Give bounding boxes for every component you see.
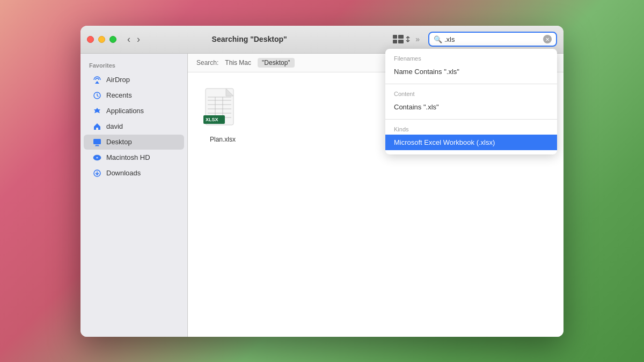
scope-this-mac-button[interactable]: This Mac bbox=[223, 58, 253, 68]
chevrons-icon: » bbox=[415, 35, 420, 43]
svg-text:XLSX: XLSX bbox=[206, 117, 218, 122]
file-item-plan-xlsx[interactable]: XLSX Plan.xlsx bbox=[199, 83, 247, 147]
search-icon: 🔍 bbox=[434, 35, 442, 43]
finder-window: ‹ › Searching "Desktop" » 🔍 bbox=[80, 26, 564, 337]
contains-item[interactable]: Contains ".xls" bbox=[385, 99, 557, 115]
sidebar-item-airdrop[interactable]: AirDrop bbox=[84, 72, 184, 87]
home-icon bbox=[92, 122, 102, 131]
content-section: Content Contains ".xls" bbox=[385, 84, 557, 120]
filenames-section: Filenames Name Contains ".xls" bbox=[385, 49, 557, 84]
sidebar-item-david[interactable]: david bbox=[84, 119, 184, 134]
airdrop-icon bbox=[92, 75, 102, 85]
search-input-wrapper: 🔍 ✕ bbox=[428, 32, 557, 47]
sidebar-item-recents[interactable]: Recents bbox=[84, 88, 184, 103]
close-button[interactable] bbox=[87, 36, 94, 43]
svg-rect-2 bbox=[393, 40, 397, 43]
svg-rect-1 bbox=[398, 35, 404, 39]
svg-rect-0 bbox=[393, 35, 397, 39]
svg-rect-5 bbox=[93, 139, 101, 144]
favorites-label: Favorites bbox=[80, 60, 187, 72]
sidebar-item-macintosh-hd[interactable]: Macintosh HD bbox=[84, 150, 184, 165]
downloads-label: Downloads bbox=[106, 169, 141, 177]
sidebar-item-downloads[interactable]: Downloads bbox=[84, 166, 184, 181]
svg-point-10 bbox=[96, 157, 98, 158]
macintosh-hd-label: Macintosh HD bbox=[106, 153, 150, 161]
airdrop-label: AirDrop bbox=[106, 76, 130, 84]
xlsx-file-icon: XLSX bbox=[203, 87, 242, 132]
sidebar-item-applications[interactable]: Applications bbox=[84, 104, 184, 119]
kinds-label: Kinds bbox=[385, 124, 557, 135]
downloads-icon bbox=[92, 168, 102, 178]
view-button[interactable] bbox=[393, 35, 411, 43]
svg-rect-6 bbox=[96, 145, 99, 146]
svg-rect-3 bbox=[398, 40, 404, 43]
window-title: Searching "Desktop" bbox=[106, 35, 393, 43]
title-bar: ‹ › Searching "Desktop" » 🔍 bbox=[80, 26, 564, 54]
toolbar-right: » 🔍 ✕ Filenames Name Contains ".xls" Con… bbox=[393, 32, 557, 47]
applications-icon bbox=[92, 106, 102, 116]
sidebar-item-desktop[interactable]: Desktop bbox=[84, 135, 184, 150]
search-label: Search: bbox=[196, 59, 218, 67]
minimize-button[interactable] bbox=[98, 36, 105, 43]
name-contains-item[interactable]: Name Contains ".xls" bbox=[385, 64, 557, 79]
search-clear-button[interactable]: ✕ bbox=[543, 35, 552, 43]
desktop-label: Desktop bbox=[106, 138, 132, 146]
file-name-plan-xlsx: Plan.xlsx bbox=[210, 136, 236, 143]
search-input[interactable] bbox=[444, 35, 543, 43]
recents-icon bbox=[92, 91, 102, 100]
sidebar: Favorites AirDrop bbox=[80, 54, 188, 337]
drive-icon bbox=[92, 153, 102, 162]
scope-desktop-button[interactable]: "Desktop" bbox=[258, 58, 295, 68]
search-container: 🔍 ✕ Filenames Name Contains ".xls" Conte… bbox=[428, 32, 557, 47]
kinds-section: Kinds Microsoft Excel Workbook (.xlsx) bbox=[385, 120, 557, 154]
svg-rect-7 bbox=[95, 145, 99, 146]
search-dropdown: Filenames Name Contains ".xls" Content C… bbox=[385, 49, 557, 154]
recents-label: Recents bbox=[106, 91, 132, 99]
excel-kind-item[interactable]: Microsoft Excel Workbook (.xlsx) bbox=[385, 135, 557, 150]
filenames-label: Filenames bbox=[385, 53, 557, 64]
applications-label: Applications bbox=[106, 107, 144, 115]
david-label: david bbox=[106, 122, 123, 130]
content-label: Content bbox=[385, 88, 557, 99]
desktop-icon bbox=[92, 137, 102, 147]
